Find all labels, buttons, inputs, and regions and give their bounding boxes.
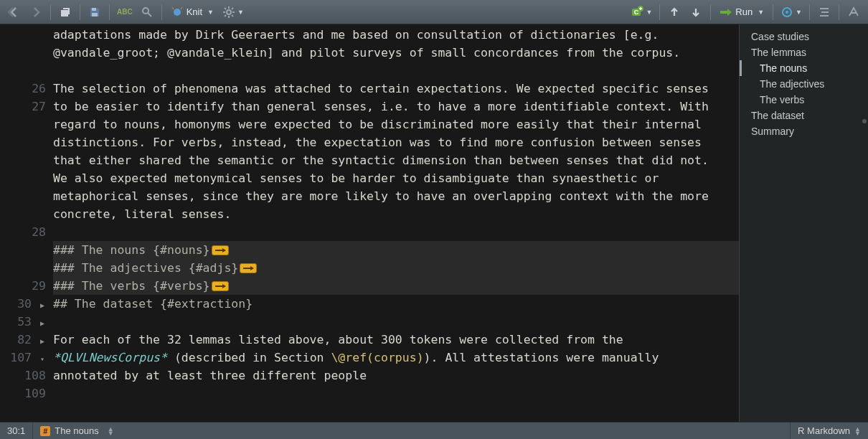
knit-label: Knit bbox=[184, 6, 205, 17]
show-in-new-window-button[interactable] bbox=[55, 3, 75, 22]
code-line[interactable] bbox=[53, 313, 739, 331]
line-number: 27 bbox=[0, 98, 46, 115]
publish-button[interactable]: ▼ bbox=[778, 3, 805, 22]
outline-item[interactable]: The verbs bbox=[740, 92, 868, 108]
outline-item[interactable]: The nouns bbox=[740, 60, 868, 76]
spellcheck-button[interactable]: ABC bbox=[114, 3, 136, 22]
main-area: 26 27 28 29 30 ▶ 53 ▶ 82 ▶ 107 ▾ 108 109… bbox=[0, 24, 868, 422]
chevron-down-icon: ▼ bbox=[796, 9, 802, 16]
line-number: 82 ▶ bbox=[0, 331, 46, 349]
updown-icon: ▲▼ bbox=[854, 427, 861, 435]
gutter: 26 27 28 29 30 ▶ 53 ▶ 82 ▶ 107 ▾ 108 109 bbox=[0, 24, 53, 422]
line-number: 30 ▶ bbox=[0, 295, 46, 313]
updown-icon: ▲▼ bbox=[108, 427, 114, 435]
nav-forward-button[interactable] bbox=[26, 3, 46, 22]
go-to-previous-button[interactable] bbox=[664, 3, 684, 22]
code-area[interactable]: adaptations made by Dirk Geeraerts and m… bbox=[53, 24, 739, 422]
fold-badge-icon[interactable] bbox=[240, 263, 257, 273]
code-line[interactable] bbox=[53, 223, 739, 241]
section-navigator[interactable]: # The nouns ▲▼ bbox=[33, 425, 790, 436]
save-button[interactable] bbox=[85, 3, 105, 22]
language-mode[interactable]: R Markdown ▲▼ bbox=[791, 423, 868, 439]
svg-rect-18 bbox=[720, 11, 727, 14]
svg-rect-1 bbox=[92, 8, 96, 11]
settings-button[interactable]: ▼ bbox=[220, 3, 247, 22]
outline-item[interactable]: The lemmas bbox=[740, 44, 868, 60]
svg-line-4 bbox=[148, 13, 151, 16]
fold-arrow-icon[interactable]: ▶ bbox=[39, 332, 46, 350]
toolbar: ABC Knit ▼ ▼ C ▼ Run ▼ ▼ bbox=[0, 0, 868, 24]
line-number: 107 ▾ bbox=[0, 349, 46, 367]
outline-panel: Case studies The lemmas The nouns The ad… bbox=[739, 24, 868, 422]
visual-editor-button[interactable] bbox=[844, 3, 864, 22]
code-line[interactable]: ## The dataset {#extraction} bbox=[53, 295, 739, 313]
code-line-folded[interactable]: ### The adjectives {#adjs} bbox=[53, 259, 739, 277]
insert-chunk-button[interactable]: C ▼ bbox=[628, 3, 655, 22]
run-button[interactable]: Run ▼ bbox=[715, 3, 768, 22]
code-line[interactable]: For each of the 32 lemmas listed above, … bbox=[53, 331, 739, 384]
svg-line-11 bbox=[225, 8, 226, 9]
svg-line-13 bbox=[225, 15, 226, 16]
code-line-folded[interactable]: ### The nouns {#nouns} bbox=[53, 241, 739, 259]
svg-rect-2 bbox=[92, 13, 98, 16]
svg-point-20 bbox=[786, 11, 788, 14]
svg-point-3 bbox=[143, 8, 148, 14]
hash-icon: # bbox=[40, 426, 50, 436]
outline-item[interactable]: Case studies bbox=[740, 29, 868, 44]
svg-point-6 bbox=[227, 10, 231, 14]
fold-badge-icon[interactable] bbox=[212, 245, 229, 255]
svg-point-5 bbox=[174, 9, 181, 16]
code-line[interactable]: The selection of phenomena was attached … bbox=[53, 80, 739, 169]
outline-item[interactable]: The dataset bbox=[740, 108, 868, 123]
code-line[interactable]: We also expected metonymical senses to b… bbox=[53, 169, 739, 223]
chevron-down-icon: ▼ bbox=[237, 9, 244, 16]
outline-toggle-button[interactable] bbox=[814, 3, 834, 22]
fold-badge-icon[interactable] bbox=[212, 281, 229, 291]
svg-rect-0 bbox=[61, 10, 68, 16]
status-bar: 30:1 # The nouns ▲▼ R Markdown ▲▼ bbox=[0, 422, 868, 439]
chevron-down-icon: ▼ bbox=[646, 9, 652, 16]
fold-arrow-icon[interactable]: ▾ bbox=[39, 350, 46, 368]
code-line[interactable]: adaptations made by Dirk Geeraerts and m… bbox=[53, 26, 739, 62]
outline-item[interactable]: The adjectives bbox=[740, 76, 868, 92]
scroll-indicator bbox=[862, 119, 867, 123]
nav-back-button[interactable] bbox=[4, 3, 24, 22]
line-number: 53 ▶ bbox=[0, 313, 46, 331]
outline-item[interactable]: Summary bbox=[740, 123, 868, 139]
line-number: 28 bbox=[0, 223, 46, 241]
line-number: 108 bbox=[0, 367, 46, 384]
svg-line-14 bbox=[232, 8, 233, 9]
code-line[interactable] bbox=[53, 62, 739, 80]
editor[interactable]: 26 27 28 29 30 ▶ 53 ▶ 82 ▶ 107 ▾ 108 109… bbox=[0, 24, 739, 422]
svg-line-12 bbox=[232, 15, 233, 16]
fold-arrow-icon[interactable]: ▶ bbox=[39, 314, 46, 332]
line-number: 26 bbox=[0, 80, 46, 98]
go-to-next-button[interactable] bbox=[686, 3, 706, 22]
run-label: Run bbox=[732, 6, 755, 17]
chevron-down-icon: ▼ bbox=[758, 9, 764, 16]
code-line-folded[interactable]: ### The verbs {#verbs} bbox=[53, 277, 739, 295]
fold-arrow-icon[interactable]: ▶ bbox=[39, 296, 46, 314]
section-name: The nouns bbox=[55, 425, 98, 436]
cursor-position[interactable]: 30:1 bbox=[0, 423, 32, 439]
knit-button[interactable]: Knit ▼ bbox=[166, 3, 218, 22]
line-number: 29 bbox=[0, 277, 46, 295]
find-replace-button[interactable] bbox=[137, 3, 157, 22]
line-number: 109 bbox=[0, 384, 46, 402]
chevron-down-icon: ▼ bbox=[207, 9, 214, 16]
